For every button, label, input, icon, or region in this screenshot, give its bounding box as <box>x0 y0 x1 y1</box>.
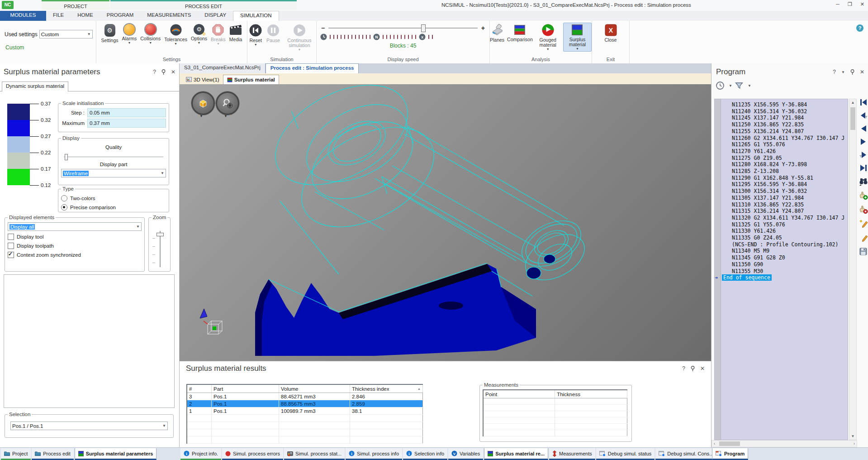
taskbar-tab-variables[interactable]: VVariables <box>448 448 483 460</box>
help-icon[interactable]: ? <box>153 69 156 75</box>
speed-slider[interactable] <box>328 28 478 29</box>
media-button[interactable]: Media <box>229 24 242 42</box>
gcode-line[interactable]: N11340 M5 M9 <box>715 248 848 254</box>
scroll-up-icon[interactable]: ▲ <box>849 101 856 105</box>
step-back-icon[interactable] <box>859 125 868 132</box>
measurements-column-point[interactable]: Point <box>483 390 555 398</box>
taskbar-tab-simul-process-info[interactable]: iSimul. process info <box>346 448 402 460</box>
scrollbar-thumb[interactable] <box>850 107 855 130</box>
chevron-down-icon[interactable]: ▼ <box>224 114 228 118</box>
close-simulation-button[interactable]: X Close <box>605 24 617 43</box>
help-icon[interactable]: ? <box>682 365 685 372</box>
taskbar-tab-program[interactable]: Program <box>712 448 748 460</box>
measurements-table[interactable]: PointThickness <box>483 389 627 436</box>
taskbar-tab-debug-simul-status[interactable]: Debug simul. status <box>596 448 655 460</box>
speed-tick-scale[interactable]: Nx <box>317 31 489 40</box>
ribbon-tab-simulation[interactable]: SIMULATION <box>233 11 279 21</box>
zoom-slider-handle[interactable] <box>157 233 164 236</box>
ribbon-tab-file[interactable]: FILE <box>46 11 71 21</box>
remove-breakpoint-icon[interactable] <box>859 206 868 214</box>
go-last-icon[interactable] <box>859 164 868 172</box>
alarms-button[interactable]: Alarms ▼ <box>122 24 137 44</box>
reset-button[interactable]: Reset ▼ <box>249 24 262 46</box>
displayed-elements-dropdown[interactable]: Display all ▼ <box>8 222 142 231</box>
results-column-thickness-index[interactable]: Thickness index▲ <box>350 384 423 393</box>
3d-viewport[interactable]: ▼ ▼ <box>180 84 711 361</box>
gcode-line[interactable]: N11295 X156.595 Y-36.884 <box>715 181 848 188</box>
ribbon-tab-display[interactable]: DISPLAY <box>198 11 233 21</box>
ribbon-tab-modules[interactable]: MODULES <box>0 11 46 21</box>
results-column-[interactable]: # <box>187 384 212 393</box>
vertical-scrollbar[interactable]: ▲ ▼ <box>849 99 857 440</box>
quality-slider-handle[interactable] <box>65 154 68 160</box>
view-tab-3d-view-1[interactable]: 3D View(1) <box>182 75 223 84</box>
taskbar-tab-project[interactable]: Project <box>1 448 31 460</box>
planes-button[interactable]: Planes <box>490 24 504 43</box>
go-next-icon[interactable] <box>859 151 868 158</box>
go-first-icon[interactable] <box>859 99 868 106</box>
scroll-left-icon[interactable]: ‹ <box>714 441 715 446</box>
table-row[interactable]: 1Pos.1100989.7 mm338.1 <box>187 407 423 415</box>
chevron-down-icon[interactable]: ▼ <box>841 70 845 74</box>
checkbox-context-zoom-synchronized[interactable]: Context zoom synchronized <box>8 252 142 258</box>
taskbar-tab-surplus-material-re[interactable]: Surplus material re... <box>484 448 548 460</box>
surplus-material-button[interactable]: Surplus material ▼ <box>563 23 592 52</box>
gcode-line[interactable]: N11250 X136.865 Y22.835 <box>715 121 848 128</box>
horizontal-scrollbar[interactable]: ‹ › <box>711 440 857 447</box>
chevron-down-icon[interactable]: ▼ <box>729 84 732 88</box>
gcode-line[interactable]: N11355 M30 <box>715 268 848 275</box>
taskbar-tab-project-info[interactable]: iProject info. <box>180 448 221 460</box>
tolerances-button[interactable]: Tolerances ▼ <box>164 24 187 45</box>
gcode-line[interactable]: N11290 G1 X162.848 Y-55.81 <box>715 175 848 182</box>
gcode-line[interactable]: N11325 G1 Y55.076 <box>715 221 848 228</box>
results-table[interactable]: #PartVolumeThickness index▲3Pos.188.4527… <box>186 384 423 444</box>
taskbar-tab-selection-info[interactable]: iSelection info <box>403 448 447 460</box>
checkbox-display-tool[interactable]: Display tool <box>8 234 142 240</box>
edit-new-icon[interactable] <box>859 220 868 228</box>
close-panel-icon[interactable]: ✕ <box>860 69 864 75</box>
table-row[interactable] <box>187 429 423 436</box>
pin-icon[interactable] <box>850 69 854 75</box>
maximum-input[interactable]: 0.37 mm <box>87 119 166 128</box>
speed-x-icon[interactable]: x <box>419 34 426 40</box>
speed-clock-icon[interactable] <box>320 34 327 40</box>
gcode-line[interactable]: (NCS-END : Profile Contouring.102) <box>715 241 848 248</box>
gcode-listing[interactable]: N11235 X156.595 Y-36.884N11240 X156.314 … <box>714 99 848 440</box>
options-button[interactable]: ⚙⚙ Options ▼ <box>191 24 207 44</box>
results-column-volume[interactable]: Volume <box>279 384 350 393</box>
used-settings-dropdown[interactable]: Custom ▼ <box>39 30 93 38</box>
gcode-line[interactable]: N11270 Y61.426 <box>715 148 848 155</box>
chevron-down-icon[interactable]: ▼ <box>199 114 203 118</box>
gcode-line[interactable]: N11345 G91 G28 Z0 <box>715 254 848 261</box>
taskbar-tab-process-edit[interactable]: Process edit <box>32 448 74 460</box>
maximize-icon[interactable]: ❐ <box>848 1 852 7</box>
gcode-line[interactable]: N11265 G1 Y55.076 <box>715 141 848 148</box>
taskbar-tab-simul-process-errors[interactable]: Simul. process errors <box>222 448 283 460</box>
gcode-line[interactable]: N11330 Y61.426 <box>715 228 848 235</box>
scroll-down-icon[interactable]: ▼ <box>849 434 856 438</box>
gcode-line[interactable]: N11235 X156.595 Y-36.884 <box>715 101 848 108</box>
chevron-down-icon[interactable]: ▼ <box>748 84 751 88</box>
ribbon-tab-measurements[interactable]: MEASUREMENTS <box>140 11 198 21</box>
pin-icon[interactable] <box>691 366 695 372</box>
view-orientation-button[interactable] <box>191 91 215 115</box>
display-part-dropdown[interactable]: Wireframe ▼ <box>61 169 166 177</box>
step-input[interactable]: 0.05 mm <box>87 108 166 117</box>
go-previous-icon[interactable] <box>859 112 868 119</box>
gcode-line[interactable]: N11315 X136.214 Y24.807 <box>715 208 848 215</box>
gcode-line[interactable]: N11300 X156.314 Y-36.032 <box>715 188 848 195</box>
gcode-line[interactable]: N11245 X137.147 Y21.984 <box>715 115 848 121</box>
step-forward-icon[interactable] <box>859 138 868 145</box>
gcode-line[interactable]: N11255 X136.214 Y24.807 <box>715 128 848 135</box>
document-tab-s3-01-compareexecmat-ncsprj[interactable]: S3_01_CompareExecMat.NcsPrj <box>180 63 266 73</box>
scroll-right-icon[interactable]: › <box>854 441 855 446</box>
help-icon[interactable]: ? <box>856 24 863 32</box>
view-tab-surplus-material[interactable]: Surplus material <box>223 75 279 84</box>
gcode-line[interactable]: N11285 Z-13.208 <box>715 168 848 175</box>
gcode-line[interactable]: N11260 G2 X134.611 Y34.767 I30.147 J <box>715 135 848 142</box>
search-icon[interactable] <box>859 177 868 186</box>
zoom-slider[interactable] <box>160 231 161 267</box>
ribbon-tab-program[interactable]: PROGRAM <box>100 11 140 21</box>
settings-button[interactable]: ⚙ Settings <box>101 24 119 43</box>
radio-precise-comparison[interactable]: Precise comparison <box>61 204 166 211</box>
